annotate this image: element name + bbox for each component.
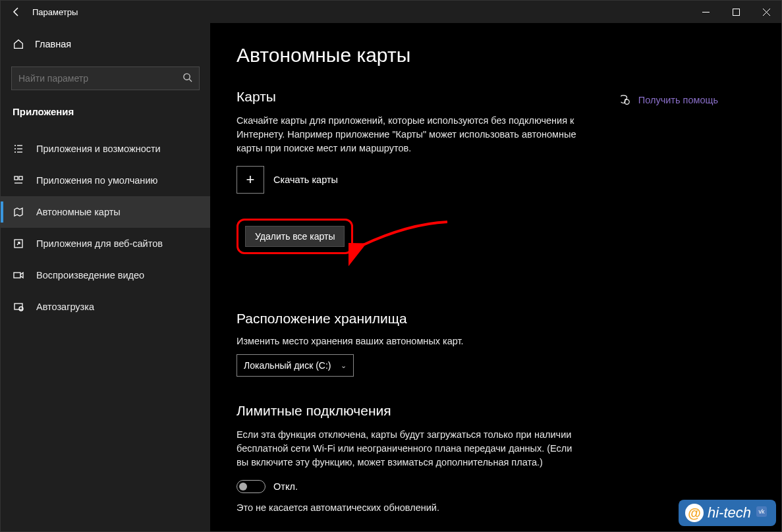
metered-toggle-label: Откл. [273,481,298,492]
svg-rect-1 [733,9,739,15]
sidebar-item-offline-maps[interactable]: Автономные карты [1,196,210,228]
svg-point-4 [184,73,190,79]
sidebar-item-label: Автозагрузка [36,302,94,312]
chevron-down-icon: ⌄ [341,361,347,370]
sidebar-item-label: Приложения по умолчанию [36,175,157,186]
back-button[interactable] [1,1,32,23]
startup-icon [13,302,24,312]
storage-heading: Расположение хранилища [237,311,755,327]
sidebar-item-web-apps[interactable]: Приложения для веб-сайтов [1,228,210,259]
arrow-left-icon [11,7,22,17]
close-button[interactable] [751,1,781,23]
content-area: Автономные карты Получить помощь Карты С… [210,23,781,531]
svg-rect-13 [19,176,22,180]
sidebar-item-label: Приложения для веб-сайтов [36,238,163,249]
sidebar-item-apps-features[interactable]: Приложения и возможности [1,133,210,165]
download-maps-button[interactable]: + Скачать карты [237,166,755,194]
sidebar-item-startup[interactable]: Автозагрузка [1,291,210,323]
window-title: Параметры [32,7,78,17]
titlebar: Параметры [1,1,781,23]
home-label: Главная [35,39,71,49]
maps-desc: Скачайте карты для приложений, которые и… [237,114,579,155]
metered-desc: Если эта функция отключена, карты будут … [237,428,579,469]
map-icon [13,207,24,217]
search-box[interactable] [11,66,200,90]
help-label: Получить помощь [638,95,718,105]
help-icon [619,94,630,106]
metered-note: Это не касается автоматических обновлени… [237,502,755,513]
video-icon [13,270,24,280]
storage-drive-select[interactable]: Локальный диск (C:) ⌄ [237,354,354,377]
sidebar: Главная Приложения Приложения и возможно… [1,23,210,531]
annotation-highlight: Удалить все карты [237,219,353,254]
download-label: Скачать карты [273,174,338,185]
list-icon [13,144,24,154]
sidebar-item-label: Воспроизведение видео [36,270,144,280]
sidebar-item-label: Приложения и возможности [36,144,161,154]
plus-icon: + [237,166,264,194]
home-link[interactable]: Главная [1,28,210,60]
search-icon [182,72,192,85]
sidebar-category: Приложения [1,94,210,121]
share-icon [13,238,24,249]
maximize-button[interactable] [721,1,751,23]
help-link[interactable]: Получить помощь [619,94,718,106]
watermark-text: hi-tech [708,504,751,521]
storage-selected: Локальный диск (C:) [244,360,331,371]
svg-rect-12 [14,176,18,180]
page-title: Автономные карты [237,44,755,66]
metered-heading: Лимитные подключения [237,403,755,419]
watermark-at-icon: @ [685,504,704,522]
delete-all-maps-button[interactable]: Удалить все карты [245,226,345,247]
vk-icon: vk [756,506,767,517]
svg-rect-16 [14,273,20,278]
storage-desc: Изменить место хранения ваших автономных… [237,336,755,346]
minimize-button[interactable] [690,1,721,23]
sidebar-item-video-playback[interactable]: Воспроизведение видео [1,259,210,291]
watermark: @ hi-tech vk [679,500,776,526]
sidebar-item-default-apps[interactable]: Приложения по умолчанию [1,165,210,196]
defaults-icon [13,175,24,186]
home-icon [13,38,24,50]
search-input[interactable] [18,73,182,84]
metered-toggle[interactable] [237,480,265,493]
sidebar-item-label: Автономные карты [36,207,121,217]
svg-line-5 [189,79,192,82]
